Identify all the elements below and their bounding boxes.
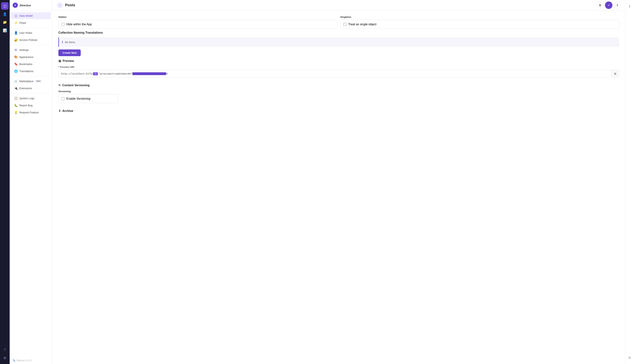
marketplace-icon: 🛒: [14, 80, 18, 83]
nav-icon-users[interactable]: 👤: [1, 10, 8, 18]
nav-icon-settings[interactable]: ⚙: [1, 354, 8, 362]
right-copy-icon[interactable]: ⧉: [626, 354, 633, 361]
back-button[interactable]: ←: [57, 2, 63, 8]
url-display[interactable]: http://localhost:5173/ID ?preview=true&t…: [58, 70, 611, 77]
sidebar-item-marketplace[interactable]: 🛒 Marketplace Beta: [11, 78, 51, 84]
sidebar-item-access-policies[interactable]: 🔐 Access Policies: [11, 36, 51, 43]
sidebar-nav: ◫ Data Model ⚡ Flows 👤 User Roles 🔐 Acce…: [10, 10, 52, 357]
delete-button[interactable]: 🗑: [597, 2, 604, 8]
versioning-section: ↻ Content Versioning Versioning Enable V…: [58, 84, 619, 103]
treat-as-single-checkbox[interactable]: [344, 23, 346, 26]
topbar-actions: 🗑 ✓ ℹ: [597, 2, 620, 9]
flows-icon: ⚡: [14, 21, 18, 24]
marketplace-badge: Beta: [35, 80, 42, 82]
enable-versioning-label: Enable Versioning: [66, 97, 90, 100]
sidebar-item-label: Settings: [19, 48, 29, 52]
sidebar-divider-1: [13, 28, 49, 28]
preview-url-text: Preview URL: [60, 66, 75, 68]
sidebar-logo: ✦ Directus: [10, 0, 52, 10]
request-feature-icon: 💡: [14, 110, 18, 114]
translations-title: Collection Naming Translations: [58, 31, 619, 34]
create-new-button[interactable]: Create New: [58, 50, 81, 56]
sidebar-item-request-feature[interactable]: 💡 Request Feature: [11, 109, 51, 116]
user-roles-icon: 👤: [14, 31, 18, 34]
url-prefix: http://localhost:5173/: [61, 72, 93, 75]
hidden-singleton-row: Hidden Hide within the App Singleton Tre…: [58, 16, 619, 29]
sidebar-item-label: Data Model: [19, 14, 33, 17]
sidebar-item-label: System Logs: [19, 97, 34, 100]
right-info-icon[interactable]: ℹ: [626, 3, 633, 10]
preview-url-label: * Preview URL: [58, 66, 619, 68]
sidebar-item-flows[interactable]: ⚡ Flows: [11, 19, 51, 26]
no-items-info-icon: ℹ: [62, 40, 63, 44]
archive-title-text: Archive: [62, 109, 73, 113]
confirm-button[interactable]: ✓: [605, 2, 612, 9]
version-icon: 🐾: [13, 359, 16, 362]
version-label: Directus 11.3.5: [16, 359, 32, 362]
enable-versioning-row[interactable]: Enable Versioning: [58, 94, 118, 103]
sidebar-item-translations[interactable]: 🌐 Translations: [11, 68, 51, 74]
sidebar-item-report-bug[interactable]: 🐛 Report Bug: [11, 102, 51, 109]
singleton-label: Singleton: [340, 16, 619, 18]
topbar: ← Posts 🗑 ✓ ℹ: [52, 0, 625, 10]
archive-icon: ⬇: [58, 109, 61, 113]
hidden-label: Hidden: [58, 16, 337, 18]
url-selected-highlight: [132, 72, 166, 75]
add-url-button[interactable]: ⊞: [611, 70, 619, 77]
translations-section: Collection Naming Translations ℹ No item…: [58, 31, 619, 56]
hidden-section: Hidden Hide within the App: [58, 16, 337, 29]
logo-icon: ✦: [13, 2, 18, 8]
sidebar-item-appearance[interactable]: 🎨 Appearance: [11, 54, 51, 60]
url-input-row: http://localhost:5173/ID ?preview=true&t…: [58, 70, 619, 78]
preview-icon: ▣: [58, 59, 61, 63]
sidebar-item-label: Translations: [19, 70, 34, 73]
page-title: Posts: [65, 3, 594, 7]
appearance-icon: 🎨: [14, 55, 18, 59]
nav-icon-activity[interactable]: 📊: [1, 27, 8, 34]
sidebar-item-label: Flows: [19, 22, 26, 24]
sidebar-item-label: Request Feature: [19, 111, 39, 114]
enable-versioning-checkbox[interactable]: [62, 97, 64, 100]
sidebar-item-bookmarks[interactable]: 🔖 Bookmarks: [11, 60, 51, 68]
nav-icon-files[interactable]: 📁: [1, 18, 8, 26]
no-items-text: No items: [65, 41, 75, 44]
sidebar-item-extensions[interactable]: 🔌 Extensions: [11, 85, 51, 92]
right-rail: ℹ ⧉: [625, 0, 634, 364]
hide-within-app-checkbox[interactable]: [62, 23, 64, 26]
data-model-icon: ◫: [14, 14, 18, 18]
treat-as-single-row[interactable]: Treat as single object: [340, 20, 619, 29]
sidebar-divider-2: [13, 45, 49, 45]
sidebar-footer: 🐾 Directus 11.3.5: [10, 357, 52, 364]
nav-icon-data-model[interactable]: ◫: [1, 2, 8, 10]
icon-rail: ◫ 👤 📁 📊 ? ⚙: [0, 0, 10, 364]
archive-section: ⬇ Archive: [58, 109, 619, 113]
info-button[interactable]: ℹ: [614, 2, 620, 8]
preview-title: ▣ Preview: [58, 59, 619, 63]
versioning-icon: ↻: [58, 84, 61, 87]
treat-as-single-label: Treat as single object: [348, 23, 376, 26]
preview-section: ▣ Preview * Preview URL http://localhost…: [58, 59, 619, 78]
hide-within-app-label: Hide within the App: [66, 23, 92, 26]
hide-within-app-row[interactable]: Hide within the App: [58, 20, 337, 29]
sidebar-item-label: User Roles: [19, 32, 32, 34]
versioning-label: Versioning: [58, 90, 619, 93]
nav-icon-help[interactable]: ?: [1, 346, 8, 354]
url-query: ?preview=true&token=0tT: [98, 72, 133, 75]
sidebar-item-label: Report Bug: [19, 104, 32, 107]
logo-text: Directus: [20, 4, 31, 7]
singleton-section: Singleton Treat as single object: [340, 16, 619, 29]
sidebar-item-user-roles[interactable]: 👤 User Roles: [11, 29, 51, 36]
report-bug-icon: 🐛: [14, 104, 18, 107]
id-badge: ID: [93, 72, 98, 75]
system-logs-icon: 📋: [14, 96, 18, 100]
sidebar-item-data-model[interactable]: ◫ Data Model: [11, 12, 51, 19]
versioning-title-text: Content Versioning: [62, 84, 90, 87]
access-policies-icon: 🔐: [14, 38, 18, 42]
sidebar-item-system-logs[interactable]: 📋 System Logs: [11, 95, 51, 102]
sidebar-item-settings[interactable]: ⚙ Settings: [11, 46, 51, 53]
settings-icon: ⚙: [14, 48, 18, 52]
sidebar-item-label: Marketplace: [19, 80, 34, 83]
sidebar-item-label: Appearance: [19, 56, 34, 58]
archive-title: ⬇ Archive: [58, 109, 619, 113]
content-area: Hidden Hide within the App Singleton Tre…: [52, 10, 625, 364]
